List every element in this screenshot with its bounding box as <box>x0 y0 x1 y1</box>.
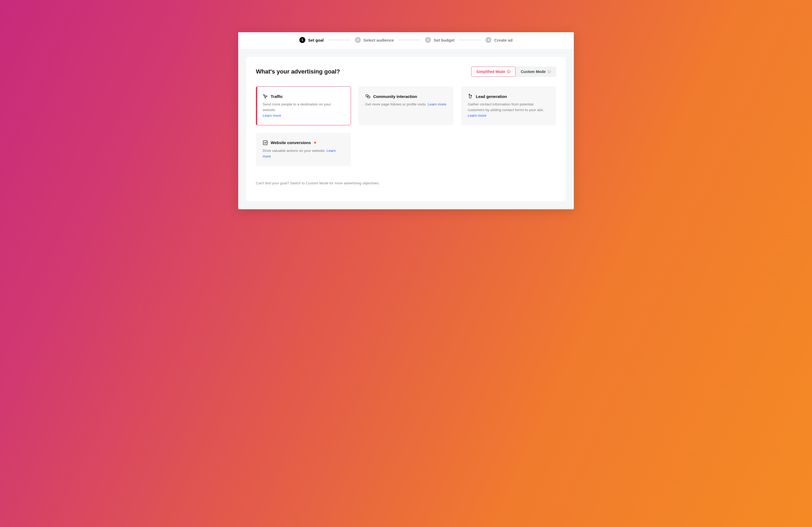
goal-card-conversions[interactable]: Website conversions Drive valuable actio… <box>256 133 351 166</box>
step-number: 1 <box>300 37 305 43</box>
step-create-ad[interactable]: 4 Create ad <box>485 37 512 43</box>
goal-description: Get more page follows or profile visits.… <box>365 102 447 107</box>
cursor-icon <box>263 94 268 99</box>
custom-mode-button[interactable]: Custom Mode ? <box>516 66 556 77</box>
step-number: 4 <box>485 37 491 43</box>
learn-more-link[interactable]: Learn more <box>263 114 281 118</box>
step-separator <box>329 40 350 40</box>
goal-desc-text: Drive valuable actions on your website. <box>263 149 325 153</box>
mode-toggle: Simplified Mode ? Custom Mode ? <box>471 66 556 77</box>
goal-card-head: Website conversions <box>263 140 344 146</box>
goal-card-head: Community interaction <box>365 94 447 99</box>
goal-desc-text: Gather contact information from potentia… <box>468 102 544 112</box>
new-badge-icon <box>314 142 316 144</box>
learn-more-link[interactable]: Learn more <box>468 114 486 118</box>
step-label: Select audience <box>364 38 394 42</box>
step-separator <box>399 40 420 40</box>
svg-point-2 <box>469 94 470 95</box>
conversions-icon <box>263 140 268 146</box>
goal-card-community[interactable]: Community interaction Get more page foll… <box>359 86 453 125</box>
stepper-bar: 1 Set goal 2 Select audience 3 Set budge… <box>238 32 574 49</box>
goal-description: Drive valuable actions on your website. … <box>263 148 344 160</box>
step-number: 2 <box>355 37 361 43</box>
panel-title: What's your advertising goal? <box>256 68 340 75</box>
step-label: Set budget <box>434 38 454 42</box>
campaign-setup-window: 1 Set goal 2 Select audience 3 Set budge… <box>238 32 574 209</box>
simplified-mode-label: Simplified Mode <box>476 70 505 74</box>
footer-hint: Can't find your goal? Switch to Custom M… <box>256 181 556 185</box>
goal-desc-text: Get more page follows or profile visits. <box>365 102 427 106</box>
step-separator <box>459 40 481 40</box>
panel-header: What's your advertising goal? Simplified… <box>256 66 556 77</box>
goal-desc-text: Send more people to a destination on you… <box>263 102 331 112</box>
step-number: 3 <box>425 37 431 43</box>
goal-card-traffic[interactable]: Traffic Send more people to a destinatio… <box>256 86 351 125</box>
community-icon <box>365 94 371 99</box>
step-set-goal[interactable]: 1 Set goal <box>300 37 323 43</box>
step-label: Set goal <box>308 38 323 42</box>
goal-panel: What's your advertising goal? Simplified… <box>246 57 566 201</box>
custom-mode-label: Custom Mode <box>521 70 546 74</box>
step-select-audience[interactable]: 2 Select audience <box>355 37 394 43</box>
step-set-budget[interactable]: 3 Set budget <box>425 37 454 43</box>
goal-description: Send more people to a destination on you… <box>263 102 344 119</box>
goal-grid: Traffic Send more people to a destinatio… <box>256 86 556 166</box>
goal-description: Gather contact information from potentia… <box>468 102 549 119</box>
goal-title: Website conversions <box>271 140 311 145</box>
goal-title: Traffic <box>271 94 283 99</box>
simplified-mode-button[interactable]: Simplified Mode ? <box>471 66 516 77</box>
step-label: Create ad <box>494 38 512 42</box>
help-icon: ? <box>507 70 510 74</box>
goal-card-head: Traffic <box>263 94 344 99</box>
lead-icon <box>468 94 473 99</box>
goal-title: Community interaction <box>373 94 417 99</box>
help-icon: ? <box>547 70 551 74</box>
learn-more-link[interactable]: Learn more <box>428 102 446 106</box>
content-area: What's your advertising goal? Simplified… <box>238 49 574 209</box>
goal-title: Lead generation <box>476 94 507 99</box>
goal-card-lead[interactable]: Lead generation Gather contact informati… <box>461 86 556 125</box>
goal-card-head: Lead generation <box>468 94 549 99</box>
